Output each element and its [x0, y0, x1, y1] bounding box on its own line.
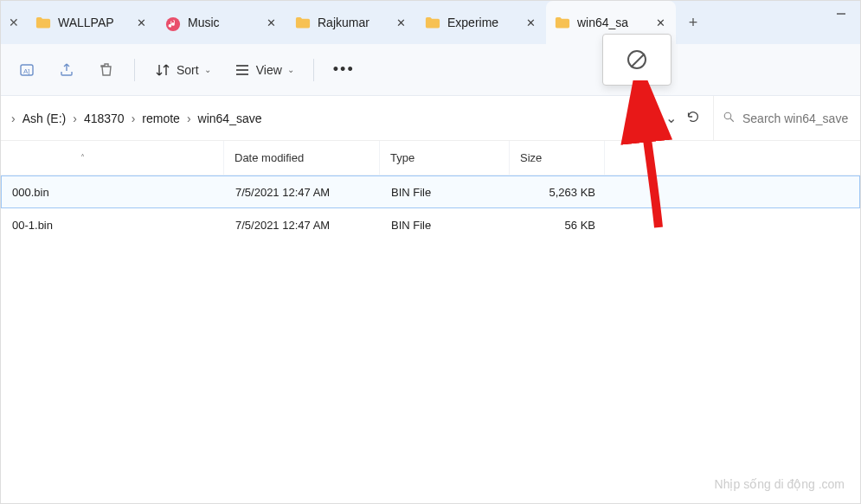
file-date: 7/5/2021 12:47 AM [225, 186, 381, 199]
delete-button[interactable] [94, 56, 119, 84]
tab-music[interactable]: Music ✕ [157, 1, 286, 44]
breadcrumb-segment[interactable]: remote [140, 110, 182, 127]
search-box[interactable] [713, 96, 860, 140]
drag-ghost [602, 34, 671, 86]
close-icon[interactable]: ✕ [654, 15, 667, 31]
breadcrumb[interactable]: › Ash (E:) › 418370 › remote › win64_sav… [1, 110, 653, 127]
breadcrumb-segment[interactable]: 418370 [82, 110, 126, 127]
tab-label: win64_sa [577, 16, 647, 29]
sort-button[interactable]: Sort ⌄ [151, 56, 215, 84]
tab-label: Rajkumar [318, 16, 388, 29]
chevron-right-icon: › [71, 112, 79, 125]
sort-asc-icon: ˄ [80, 153, 85, 163]
sort-icon [154, 61, 171, 79]
column-size[interactable]: Size [510, 141, 605, 175]
chevron-down-icon: ⌄ [204, 65, 211, 74]
share-button[interactable] [55, 56, 79, 84]
file-name: 000.bin [2, 186, 225, 199]
watermark: Nhịp sống di động .com [715, 477, 845, 491]
title-bar: ✕ WALLPAP ✕ Music ✕ Rajkumar ✕ Experime … [1, 1, 860, 44]
tab-label: WALLPAP [58, 16, 128, 29]
sort-label: Sort [177, 63, 199, 77]
recent-locations-button[interactable]: ⌄ [665, 110, 677, 126]
search-input[interactable] [742, 112, 851, 125]
svg-text:A]: A] [23, 67, 30, 75]
file-date: 7/5/2021 12:47 AM [225, 219, 381, 232]
more-button[interactable]: ••• [330, 55, 358, 84]
file-size: 56 KB [511, 219, 606, 232]
prohibit-icon [627, 50, 646, 69]
ellipsis-icon: ••• [333, 61, 355, 79]
folder-icon [425, 16, 440, 29]
view-icon [234, 61, 251, 79]
svg-line-8 [730, 118, 734, 122]
svg-point-7 [724, 112, 731, 119]
tab-label: Music [188, 16, 258, 29]
music-icon [165, 16, 181, 29]
window-controls [821, 1, 860, 27]
chevron-down-icon: ⌄ [287, 65, 294, 74]
view-button[interactable]: View ⌄ [230, 56, 298, 84]
close-icon[interactable]: ✕ [135, 15, 148, 31]
tab-rajkumar[interactable]: Rajkumar ✕ [286, 1, 416, 44]
folder-icon [555, 16, 570, 29]
file-type: BIN File [381, 219, 511, 232]
minimize-button[interactable] [821, 1, 860, 27]
close-icon[interactable]: ✕ [524, 15, 537, 31]
folder-icon [295, 16, 311, 29]
tab-label: Experime [447, 16, 517, 29]
column-date[interactable]: Date modified [224, 141, 380, 175]
column-name[interactable]: ˄ [1, 141, 224, 175]
folder-icon [35, 16, 51, 29]
close-icon[interactable]: ✕ [265, 15, 278, 31]
search-icon [723, 111, 736, 126]
column-headers: ˄ Date modified Type Size [1, 141, 860, 175]
file-type: BIN File [381, 186, 511, 199]
file-name: 00-1.bin [2, 219, 225, 232]
close-icon[interactable]: ✕ [395, 15, 408, 31]
back-close-icon[interactable]: ✕ [1, 16, 27, 29]
file-size: 5,263 KB [511, 186, 606, 199]
rename-button[interactable]: A] [15, 56, 39, 84]
view-label: View [256, 63, 282, 77]
tab-wallpaper[interactable]: WALLPAP ✕ [27, 1, 157, 44]
chevron-right-icon: › [10, 112, 17, 125]
separator [313, 59, 314, 81]
refresh-button[interactable] [685, 109, 701, 128]
table-row[interactable]: 000.bin 7/5/2021 12:47 AM BIN File 5,263… [1, 175, 860, 208]
new-tab-button[interactable]: + [676, 1, 710, 44]
column-type[interactable]: Type [380, 141, 510, 175]
command-bar: A] Sort ⌄ View ⌄ ••• [1, 44, 860, 96]
address-row: › Ash (E:) › 418370 › remote › win64_sav… [1, 96, 860, 141]
chevron-right-icon: › [130, 112, 138, 125]
table-row[interactable]: 00-1.bin 7/5/2021 12:47 AM BIN File 56 K… [1, 208, 860, 241]
chevron-right-icon: › [185, 112, 193, 125]
breadcrumb-segment[interactable]: win64_save [196, 110, 264, 127]
separator [134, 59, 135, 81]
breadcrumb-segment[interactable]: Ash (E:) [21, 110, 68, 127]
tab-experiment[interactable]: Experime ✕ [416, 1, 546, 44]
